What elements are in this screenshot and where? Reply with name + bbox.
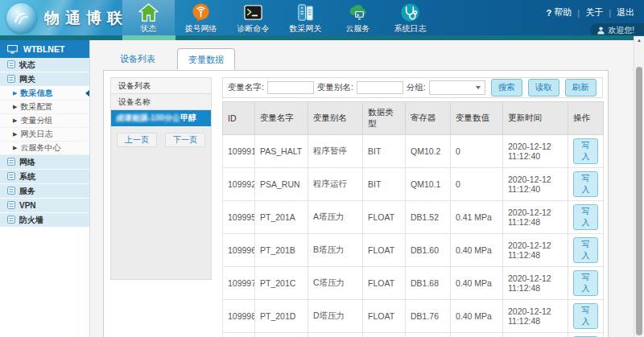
read-button[interactable]: 读取 xyxy=(528,79,559,97)
terminal-icon xyxy=(243,2,263,23)
device-pagination: 上一页 下一页 xyxy=(111,126,211,154)
variable-name-input[interactable] xyxy=(267,81,314,94)
write-button[interactable]: 写入 xyxy=(573,138,598,164)
sidebar-subitem-data-config[interactable]: ▶数采配置 xyxy=(0,101,89,114)
group-select[interactable] xyxy=(429,80,485,95)
logout-link[interactable]: 退出 xyxy=(617,6,634,18)
variable-alias-label: 变量别名: xyxy=(317,82,353,93)
cell-updated: 2020-12-12 11:12:48 xyxy=(503,300,568,333)
sidebar-subitem-label: 变量分组 xyxy=(20,115,52,126)
table-row: 109991PAS_HALT程序暂停BITQM10.202020-12-12 1… xyxy=(223,135,604,168)
write-button[interactable]: 写入 xyxy=(573,270,598,296)
cell-register: DB1.68 xyxy=(406,267,451,300)
write-button[interactable]: 写入 xyxy=(573,303,598,329)
cell-name: PSA_RUN xyxy=(255,168,308,201)
nav-item-cloud-service[interactable]: 云服务 xyxy=(332,0,384,35)
sidebar-item-service[interactable]: 服务 xyxy=(0,184,89,199)
sidebar: WTBLNET 状态网关▶数采信息▶数采配置▶变量分组▶网关日志▶云服务中心网络… xyxy=(0,40,90,337)
sidebar-subitem-data-info[interactable]: ▶数采信息 xyxy=(0,87,89,101)
table-header-row: ID变量名字变量别名数据类型寄存器变量数值更新时间操作 xyxy=(223,102,604,135)
app-header: 物通博联 状态拨号网络诊断命令数采网关云服务系统日志 ?帮助|关于|退出 欢迎您… xyxy=(0,0,644,40)
cell-register: DB1.264 xyxy=(406,333,451,337)
tab-device-list[interactable]: 设备列表 xyxy=(109,48,166,70)
page-scrollbar[interactable]: ▲ xyxy=(634,36,644,337)
about-link[interactable]: 关于 xyxy=(585,6,603,18)
cell-value: 0.41 MPa xyxy=(451,201,503,234)
cell-register: DB1.52 xyxy=(406,201,451,234)
cell-register: QM10.1 xyxy=(406,168,451,201)
nav-item-diagnostic[interactable]: 诊断命令 xyxy=(227,0,279,35)
filter-bar: 变量名字: 变量别名: 分组: 搜索 读取 刷新 xyxy=(222,77,603,98)
table-row: 109992PSA_RUN程序运行BITQM10.102020-12-12 11… xyxy=(223,168,604,201)
arrow-right-icon: ▶ xyxy=(13,117,17,124)
column-header: ID xyxy=(223,102,255,135)
column-header: 寄存器 xyxy=(406,102,451,135)
sidebar-item-gateway[interactable]: 网关 xyxy=(0,72,89,87)
cell-alias: B塔压力 xyxy=(308,234,363,267)
column-header: 变量名字 xyxy=(255,102,308,135)
column-header: 数据类型 xyxy=(363,102,406,135)
sidebar-item-label: 网络 xyxy=(19,157,35,168)
nav-item-label: 系统日志 xyxy=(394,23,427,35)
write-button[interactable]: 写入 xyxy=(573,237,598,263)
help-link[interactable]: 帮助 xyxy=(554,6,572,18)
logo-text: 物通博联 xyxy=(44,8,128,29)
device-list-item[interactable]: 成谭能源-100分公甲醇 xyxy=(111,110,211,126)
cell-id: 109997 xyxy=(223,267,255,300)
table-row: 109999HIC201_OUT终充调节阀输出FLOATDB1.2640.00 … xyxy=(223,333,604,337)
device-prev-button[interactable]: 上一页 xyxy=(117,133,157,147)
list-icon xyxy=(7,60,15,70)
table-row: 109996PT_201BB塔压力FLOATDB1.600.40 MPa2020… xyxy=(223,234,604,267)
cell-alias: 程序暂停 xyxy=(308,135,363,168)
search-button[interactable]: 搜索 xyxy=(491,79,522,97)
nav-item-system-log[interactable]: 系统日志 xyxy=(384,0,436,35)
tab-variable-data[interactable]: 变量数据 xyxy=(177,48,235,70)
nav-item-dial-network[interactable]: 拨号网络 xyxy=(175,0,227,35)
device-name-column-header: 设备名称 xyxy=(111,94,211,110)
list-icon xyxy=(7,158,15,167)
sidebar-item-firewall[interactable]: 防火墙 xyxy=(0,213,89,228)
write-button[interactable]: 写入 xyxy=(573,171,598,197)
cell-register: QM10.2 xyxy=(406,135,451,168)
cell-type: FLOAT xyxy=(363,300,406,333)
nav-item-label: 数采网关 xyxy=(290,23,322,35)
variables-table: ID变量名字变量别名数据类型寄存器变量数值更新时间操作 109991PAS_HA… xyxy=(222,101,604,337)
cell-alias: 程序运行 xyxy=(308,168,363,201)
device-next-button[interactable]: 下一页 xyxy=(165,133,205,147)
sidebar-item-label: 防火墙 xyxy=(19,215,43,226)
nav-item-label: 云服务 xyxy=(346,23,370,35)
write-button[interactable]: 写入 xyxy=(573,204,598,230)
sidebar-menu: 状态网关▶数采信息▶数采配置▶变量分组▶网关日志▶云服务中心网络系统服务VPN防… xyxy=(0,58,89,228)
cell-id: 109996 xyxy=(223,234,255,267)
scrollbar-thumb[interactable] xyxy=(636,67,642,335)
cell-name: PAS_HALT xyxy=(255,135,308,168)
column-header: 更新时间 xyxy=(503,102,568,135)
cell-value: 0 xyxy=(451,168,503,201)
cell-updated: 2020-12-12 11:12:48 xyxy=(503,234,568,267)
main-content: 设备列表变量数据 设备列表 设备名称 成谭能源-100分公甲醇 上一页 下一页 … xyxy=(90,40,634,337)
refresh-button[interactable]: 刷新 xyxy=(565,79,597,97)
home-icon xyxy=(138,2,159,23)
help-icon: ? xyxy=(547,8,552,18)
top-links: ?帮助|关于|退出 xyxy=(547,6,634,18)
variable-alias-input[interactable] xyxy=(357,81,403,94)
sidebar-subitem-variable-group[interactable]: ▶变量分组 xyxy=(0,114,89,128)
sidebar-subitem-label: 数采配置 xyxy=(20,101,52,113)
sidebar-item-network[interactable]: 网络 xyxy=(0,155,89,170)
sidebar-item-vpn[interactable]: VPN xyxy=(0,199,89,213)
scroll-up-arrow[interactable]: ▲ xyxy=(634,36,644,45)
sidebar-item-status[interactable]: 状态 xyxy=(0,58,89,72)
cell-value: 0 xyxy=(451,135,503,168)
sidebar-subitem-gateway-log[interactable]: ▶网关日志 xyxy=(0,128,89,142)
list-icon xyxy=(7,201,15,211)
cell-alias: C塔压力 xyxy=(308,267,363,300)
logo-icon xyxy=(6,3,36,33)
nav-item-data-gateway[interactable]: 数采网关 xyxy=(279,0,332,35)
welcome-text: 欢迎您! xyxy=(608,25,634,36)
cell-id: 109992 xyxy=(223,168,255,201)
list-icon xyxy=(7,187,15,196)
sidebar-subitem-cloud-center[interactable]: ▶云服务中心 xyxy=(0,142,89,155)
nav-item-status[interactable]: 状态 xyxy=(122,0,175,35)
sidebar-header: WTBLNET xyxy=(0,40,89,58)
sidebar-item-system[interactable]: 系统 xyxy=(0,170,89,184)
